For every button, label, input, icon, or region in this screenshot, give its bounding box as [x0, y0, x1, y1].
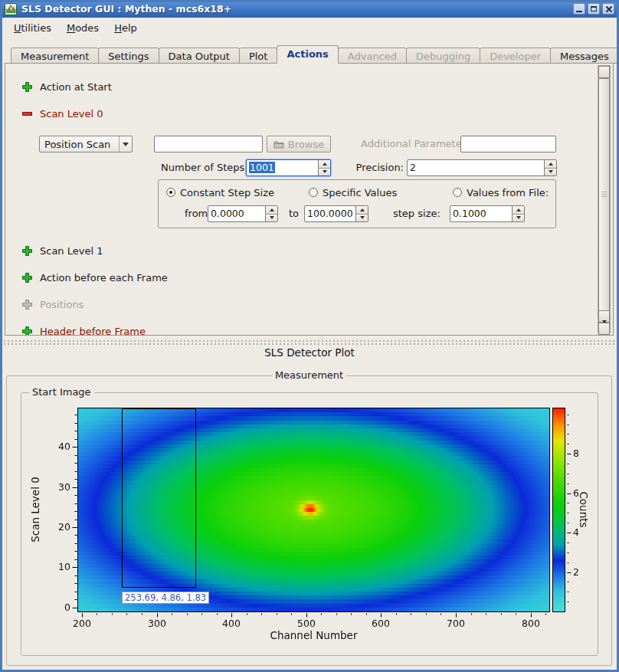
- precision-value: 2: [408, 160, 544, 175]
- spin-down-icon[interactable]: [356, 215, 368, 222]
- tab-developer: Developer: [480, 48, 551, 64]
- expand-plus-icon: [22, 326, 32, 336]
- step-size-value: 0.1000: [450, 206, 512, 221]
- colorbar-tick-label: 4: [573, 526, 579, 538]
- additional-parameter-input[interactable]: [460, 136, 556, 152]
- radio-constant-step-size[interactable]: Constant Step Size: [166, 186, 274, 198]
- vertical-scrollbar[interactable]: [598, 65, 611, 333]
- positions-row: Positions: [22, 298, 84, 310]
- app-icon: [5, 3, 17, 15]
- step-size-spinbox[interactable]: 0.1000: [450, 205, 525, 222]
- measurement-group-title: Measurement: [272, 369, 346, 381]
- num-steps-value: 1001: [249, 162, 275, 173]
- cursor-readout: 253.69, 4.86, 1.83: [122, 592, 209, 604]
- positions-label: Positions: [40, 299, 84, 310]
- action-before-frame-row[interactable]: Action before each Frame: [22, 271, 168, 284]
- radio-on-icon: [166, 188, 175, 197]
- step-size-label: step size:: [393, 205, 441, 222]
- menu-utilities[interactable]: Utilities: [7, 20, 58, 36]
- tab-advanced: Advanced: [338, 48, 407, 64]
- tab-messages[interactable]: Messages: [550, 48, 619, 64]
- x-tick-label: 500: [291, 618, 322, 629]
- close-icon: [605, 5, 612, 12]
- splitter-handle[interactable]: [3, 339, 616, 346]
- spin-buttons[interactable]: [512, 206, 524, 221]
- expand-plus-icon: [22, 82, 32, 92]
- radio-values-from-file[interactable]: Values from File:: [453, 186, 549, 198]
- spin-down-icon[interactable]: [545, 169, 556, 176]
- additional-parameter-label: Additional Parameter:: [361, 136, 469, 152]
- spin-buttons[interactable]: [544, 160, 556, 175]
- action-at-start-label: Action at Start: [40, 81, 112, 93]
- spin-up-icon[interactable]: [513, 206, 524, 215]
- actions-tab-panel: Action at Start Scan Level 0 Position Sc…: [5, 63, 614, 336]
- expand-plus-icon: [22, 246, 32, 256]
- scan-level-0-row[interactable]: Scan Level 0: [22, 107, 103, 120]
- from-value: 0.0000: [208, 206, 265, 221]
- zoom-selection-rect: [122, 408, 196, 588]
- x-tick-label: 700: [441, 618, 471, 629]
- minimize-button[interactable]: [573, 3, 585, 15]
- tab-settings[interactable]: Settings: [98, 48, 159, 64]
- plot-dock-title: SLS Detector Plot: [0, 346, 619, 359]
- spin-up-icon[interactable]: [545, 160, 556, 169]
- menu-modes[interactable]: Modes: [60, 20, 106, 36]
- spin-up-icon[interactable]: [319, 160, 330, 169]
- measurement-group: Measurement Start Image Channel Number S…: [6, 375, 612, 666]
- to-spinbox[interactable]: 100.0000: [304, 205, 368, 222]
- tab-actions[interactable]: Actions: [277, 45, 338, 64]
- start-image-group: Start Image Channel Number Scan Level 0 …: [21, 392, 598, 656]
- header-before-frame-label: Header before Frame: [40, 326, 146, 336]
- num-steps-spinbox[interactable]: 1001: [246, 159, 331, 176]
- precision-spinbox[interactable]: 2: [407, 159, 557, 176]
- browse-button[interactable]: Browse: [267, 136, 331, 152]
- expand-plus-icon-disabled: [22, 300, 32, 310]
- to-label: to: [289, 205, 299, 222]
- x-tick-label: 600: [365, 618, 396, 629]
- folder-icon: [273, 139, 284, 149]
- spin-up-icon[interactable]: [266, 206, 277, 215]
- menu-help[interactable]: Help: [107, 20, 144, 36]
- menubar: UtilitiesModesHelp: [2, 18, 617, 38]
- radio-specific-values[interactable]: Specific Values: [309, 186, 397, 198]
- scan-mode-combo[interactable]: Position Scan: [39, 136, 133, 152]
- scan-script-input[interactable]: [154, 136, 263, 152]
- scan-level-1-row[interactable]: Scan Level 1: [22, 244, 103, 257]
- titlebar[interactable]: SLS Detector GUI : Mythen - mcs6x18+: [0, 0, 619, 18]
- tab-measurement[interactable]: Measurement: [11, 48, 99, 64]
- spin-down-icon[interactable]: [266, 215, 277, 222]
- close-button[interactable]: [602, 3, 614, 15]
- y-tick-label: 10: [51, 561, 70, 572]
- colorbar-title: Counts: [578, 471, 590, 548]
- to-value: 100.0000: [305, 206, 355, 221]
- y-axis-title: Scan Level 0: [29, 467, 41, 552]
- radio-off-icon: [453, 188, 462, 197]
- collapse-minus-icon: [22, 109, 32, 119]
- spin-buttons[interactable]: [355, 206, 368, 221]
- y-tick-label: 40: [51, 441, 70, 452]
- expand-plus-icon: [22, 273, 32, 283]
- colorbar-tick-label: 8: [573, 447, 579, 459]
- maximize-button[interactable]: [588, 3, 600, 15]
- specific-values-label: Specific Values: [323, 187, 397, 198]
- tab-data-output[interactable]: Data Output: [159, 48, 240, 64]
- spin-up-icon[interactable]: [356, 206, 368, 215]
- spin-buttons[interactable]: [318, 160, 330, 175]
- colorbar-canvas: [553, 408, 565, 611]
- spin-buttons[interactable]: [265, 206, 277, 221]
- tab-plot[interactable]: Plot: [239, 48, 278, 64]
- x-tick-label: 200: [67, 618, 97, 629]
- step-mode-group: Constant Step Size Specific Values Value…: [158, 179, 556, 228]
- scrollbar-thumb[interactable]: [598, 78, 610, 312]
- spin-down-icon[interactable]: [513, 215, 524, 222]
- precision-label: Precision:: [354, 159, 404, 176]
- plot-widget[interactable]: Channel Number Scan Level 0 Counts 253.6…: [21, 393, 598, 655]
- x-tick-label: 300: [142, 618, 172, 629]
- from-spinbox[interactable]: 0.0000: [208, 205, 278, 222]
- scroll-down-button[interactable]: [598, 323, 610, 335]
- scan-level-0-label: Scan Level 0: [40, 108, 103, 120]
- scroll-up-button[interactable]: [598, 66, 610, 78]
- spin-down-icon[interactable]: [319, 169, 330, 176]
- header-before-frame-row[interactable]: Header before Frame: [22, 325, 146, 336]
- action-at-start-row[interactable]: Action at Start: [22, 80, 112, 93]
